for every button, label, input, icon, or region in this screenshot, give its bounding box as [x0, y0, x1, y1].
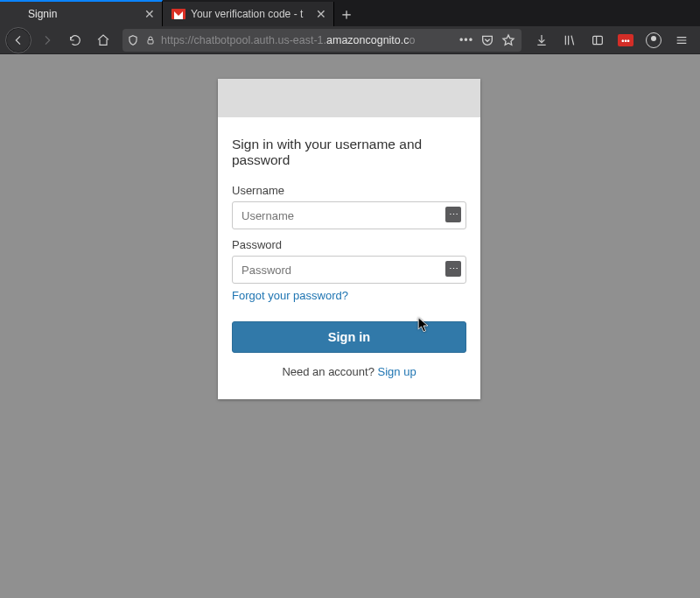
gmail-favicon-icon: [172, 9, 186, 19]
pocket-icon[interactable]: [478, 31, 497, 50]
forward-button[interactable]: [35, 28, 60, 53]
signin-card: Sign in with your username and password …: [218, 79, 480, 399]
reload-button[interactable]: [63, 28, 88, 53]
lastpass-button[interactable]: •••: [612, 28, 639, 53]
svg-rect-1: [593, 36, 603, 44]
page-actions-icon[interactable]: •••: [457, 31, 476, 50]
password-manager-icon[interactable]: ⋯: [445, 207, 461, 222]
svg-rect-0: [148, 39, 153, 44]
library-button[interactable]: [556, 28, 583, 53]
tab-title: Your verification code - t: [191, 8, 314, 20]
new-tab-button[interactable]: ＋: [334, 2, 359, 26]
menu-button[interactable]: [668, 28, 695, 53]
tab-verification[interactable]: Your verification code - t ✕: [163, 2, 334, 26]
account-button[interactable]: [640, 28, 667, 53]
tracking-shield-icon[interactable]: [126, 33, 140, 47]
sidebar-button[interactable]: [584, 28, 611, 53]
signup-prompt: Need an account?: [282, 365, 377, 378]
home-button[interactable]: [91, 28, 116, 53]
cursor-icon: [417, 317, 430, 334]
address-bar[interactable]: https://chatbotpool.auth.us-east-1.amazo…: [122, 29, 522, 52]
password-label: Password: [232, 238, 466, 251]
signin-button[interactable]: Sign in: [232, 321, 466, 353]
tab-title: Signin: [28, 8, 143, 20]
page-viewport: Sign in with your username and password …: [0, 54, 700, 598]
browser-chrome: Signin ✕ Your verification code - t ✕ ＋: [0, 0, 700, 54]
tab-bar: Signin ✕ Your verification code - t ✕ ＋: [0, 0, 700, 26]
nav-bar: https://chatbotpool.auth.us-east-1.amazo…: [0, 26, 700, 54]
globe-favicon-icon: [9, 7, 23, 21]
signup-link[interactable]: Sign up: [378, 365, 416, 378]
signup-row: Need an account? Sign up: [232, 365, 466, 378]
page-title: Sign in with your username and password: [232, 137, 466, 168]
card-header: [218, 79, 480, 117]
close-tab-icon[interactable]: ✕: [314, 7, 328, 21]
password-manager-icon[interactable]: ⋯: [445, 261, 461, 277]
close-tab-icon[interactable]: ✕: [143, 7, 157, 21]
back-button[interactable]: [5, 27, 32, 53]
bookmark-star-icon[interactable]: [499, 31, 518, 50]
forgot-password-link[interactable]: Forgot your password?: [232, 289, 348, 302]
username-label: Username: [232, 184, 466, 197]
downloads-button[interactable]: [528, 28, 555, 53]
password-input[interactable]: [232, 256, 466, 284]
tab-signin[interactable]: Signin ✕: [0, 0, 163, 26]
username-input[interactable]: [232, 201, 466, 229]
lock-icon[interactable]: [144, 33, 158, 47]
url-text: https://chatbotpool.auth.us-east-1.amazo…: [161, 34, 453, 46]
